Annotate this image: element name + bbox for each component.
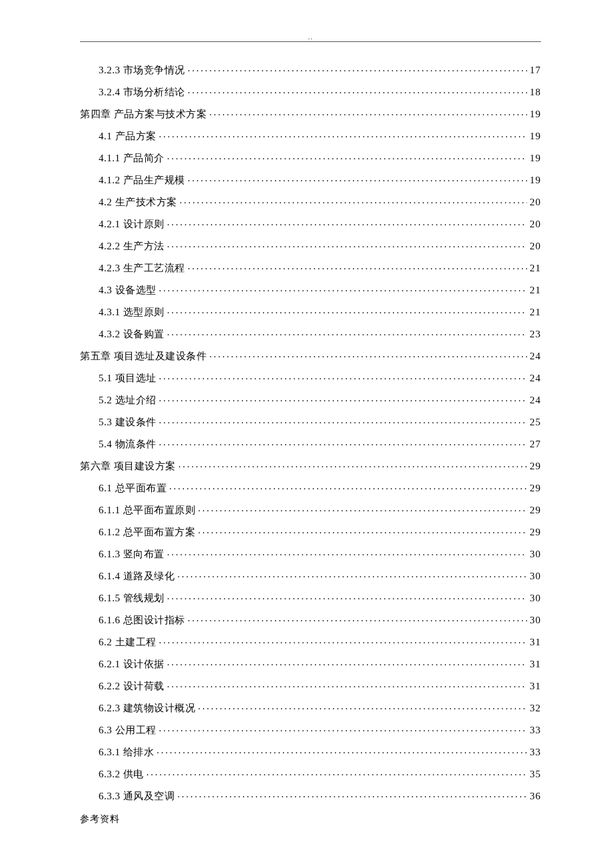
toc-leader-dots [159,723,528,733]
toc-entry-label: 4.3.1 选型原则 [99,307,165,317]
toc-entry: 4.2 生产技术方案20 [80,195,541,207]
toc-entry-label: 6.2.3 建筑物设计概况 [99,703,195,713]
toc-entry: 4.2.2 生产方法20 [80,239,541,251]
toc-entry: 4.1 产品方案19 [80,129,541,141]
toc-entry-page: 24 [530,351,541,361]
toc-entry-page: 30 [530,549,541,559]
toc-entry-page: 32 [530,703,541,713]
toc-leader-dots [157,745,527,755]
toc-entry-label: 第六章 项目建设方案 [80,461,176,471]
toc-entry-label: 6.2 土建工程 [99,637,157,647]
toc-leader-dots [209,349,527,359]
toc-entry-page: 21 [530,307,541,317]
toc-entry: 5.4 物流条件27 [80,437,541,449]
toc-leader-dots [167,679,527,689]
toc-entry-page: 18 [530,87,541,97]
toc-entry: 4.3 设备选型21 [80,283,541,295]
toc-entry-page: 24 [530,395,541,405]
toc-entry-page: 20 [530,197,541,207]
toc-entry: 4.3.1 选型原则21 [80,305,541,317]
toc-entry-label: 6.3 公用工程 [99,725,157,735]
toc-entry-label: 4.2.2 生产方法 [99,241,165,251]
toc-entry-label: 第五章 项目选址及建设条件 [80,351,207,361]
toc-leader-dots [177,569,527,579]
toc-entry-label: 6.3.1 给排水 [99,747,154,757]
toc-entry-label: 第四章 产品方案与技术方案 [80,109,207,119]
toc-entry-label: 5.3 建设条件 [99,417,157,427]
toc-entry-page: 30 [530,615,541,625]
toc-entry-label: 6.3.2 供电 [99,769,144,779]
toc-leader-dots [167,547,527,557]
toc-entry: 6.3.3 通风及空调36 [80,789,541,801]
toc-leader-dots [169,481,527,491]
toc-entry: 3.2.3 市场竞争情况17 [80,63,541,75]
toc-entry-page: 33 [530,747,541,757]
toc-entry: 6.2.1 设计依据31 [80,657,541,669]
toc-entry-page: 35 [530,769,541,779]
toc-leader-dots [167,217,527,227]
toc-entry-label: 5.1 项目选址 [99,373,157,383]
toc-entry-label: 4.1.1 产品简介 [99,153,165,163]
toc-entry-label: 3.2.3 市场竞争情况 [99,65,185,75]
toc-leader-dots [167,151,527,161]
toc-entry: 第五章 项目选址及建设条件24 [80,349,541,361]
toc-leader-dots [167,657,527,667]
toc-entry-page: 17 [530,65,541,75]
toc-entry: 6.1.4 道路及绿化30 [80,569,541,581]
page: .. 3.2.3 市场竞争情况173.2.4 市场分析结论18第四章 产品方案与… [0,0,613,852]
toc-leader-dots [180,195,528,205]
toc-entry-label: 3.2.4 市场分析结论 [99,87,185,97]
toc-entry: 6.3.1 给排水33 [80,745,541,757]
toc-entry-label: 4.1.2 产品生产规模 [99,175,185,185]
toc-leader-dots [177,789,527,799]
toc-leader-dots [198,525,527,535]
toc-leader-dots [188,261,527,271]
toc-entry-page: 36 [530,791,541,801]
toc-entry: 6.1.3 竖向布置30 [80,547,541,559]
toc-entry: 4.1.2 产品生产规模19 [80,173,541,185]
toc-entry-page: 27 [530,439,541,449]
toc-entry-page: 29 [530,527,541,537]
toc-entry-page: 20 [530,219,541,229]
toc-entry-label: 4.2.1 设计原则 [99,219,165,229]
toc-entry-page: 23 [530,329,541,339]
toc-entry-page: 19 [530,153,541,163]
toc-leader-dots [167,305,527,315]
toc-entry: 4.3.2 设备购置23 [80,327,541,339]
toc-entry-page: 21 [530,285,541,295]
toc-entry-page: 25 [530,417,541,427]
toc-entry-page: 31 [530,681,541,691]
toc-entry: 4.2.1 设计原则20 [80,217,541,229]
toc-entry-page: 29 [530,483,541,493]
toc-entry-page: 24 [530,373,541,383]
toc-leader-dots [159,283,528,293]
toc-entry: 第四章 产品方案与技术方案19 [80,107,541,119]
toc-leader-dots [159,415,528,425]
toc-entry-label: 4.2 生产技术方案 [99,197,177,207]
toc-entry-label: 6.1.4 道路及绿化 [99,571,175,581]
toc-leader-dots [188,173,527,183]
toc-leader-dots [209,107,527,117]
toc-entry-label: 6.3.3 通风及空调 [99,791,175,801]
toc-entry-label: 6.1.3 竖向布置 [99,549,165,559]
toc-leader-dots [159,393,528,403]
toc-leader-dots [179,459,527,469]
toc-entry-label: 6.1 总平面布置 [99,483,167,493]
toc-entry-label: 6.1.2 总平面布置方案 [99,527,195,537]
toc-entry-page: 21 [530,263,541,273]
toc-entry: 6.2.2 设计荷载31 [80,679,541,691]
toc-leader-dots [159,437,528,447]
toc-entry: 第六章 项目建设方案29 [80,459,541,471]
toc-leader-dots [188,613,527,623]
header-rule: .. [80,41,541,42]
toc-entry-label: 6.1.6 总图设计指标 [99,615,185,625]
toc-leader-dots [198,503,527,513]
toc-leader-dots [188,85,527,95]
toc-leader-dots [167,239,527,249]
toc-entry-label: 4.2.3 生产工艺流程 [99,263,185,273]
toc-entry-page: 31 [530,637,541,647]
toc-entry-page: 19 [530,109,541,119]
toc-entry: 6.1.2 总平面布置方案29 [80,525,541,537]
toc-entry-page: 19 [530,175,541,185]
toc-entry-page: 30 [530,571,541,581]
